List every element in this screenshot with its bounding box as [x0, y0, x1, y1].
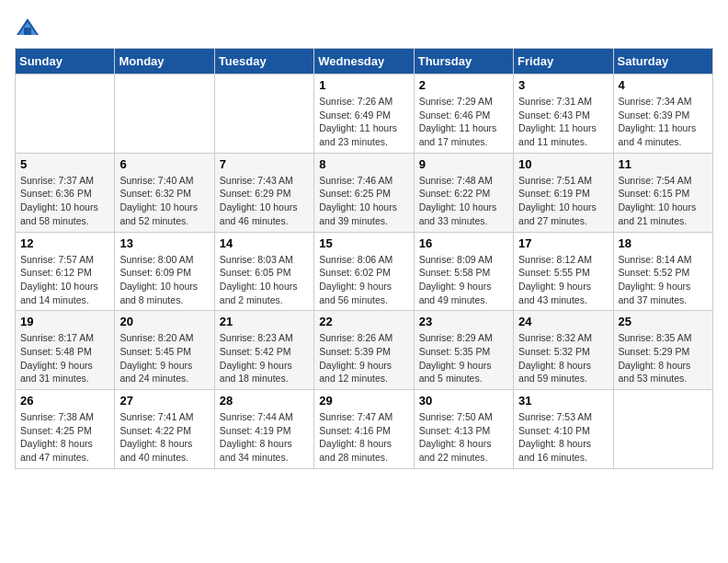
day-info: Sunrise: 8:35 AM Sunset: 5:29 PM Dayligh… [619, 331, 708, 385]
day-number: 20 [119, 315, 209, 328]
day-number: 23 [419, 315, 508, 328]
day-number: 7 [220, 157, 309, 171]
day-number: 27 [119, 394, 209, 408]
day-number: 29 [319, 394, 408, 408]
day-info: Sunrise: 7:47 AM Sunset: 4:16 PM Dayligh… [319, 410, 408, 465]
day-number: 2 [419, 78, 508, 92]
day-number: 14 [220, 236, 309, 250]
calendar-cell: 29Sunrise: 7:47 AM Sunset: 4:16 PM Dayli… [314, 390, 414, 469]
day-number: 26 [20, 394, 109, 408]
day-number: 8 [319, 157, 408, 171]
day-number: 12 [20, 236, 109, 250]
calendar-cell: 27Sunrise: 7:41 AM Sunset: 4:22 PM Dayli… [115, 390, 214, 469]
calendar-cell: 30Sunrise: 7:50 AM Sunset: 4:13 PM Dayli… [414, 390, 513, 469]
day-info: Sunrise: 7:34 AM Sunset: 6:39 PM Dayligh… [619, 95, 708, 149]
day-number: 22 [319, 315, 408, 328]
day-info: Sunrise: 8:32 AM Sunset: 5:32 PM Dayligh… [518, 331, 608, 385]
calendar-cell [613, 390, 712, 469]
calendar-cell [115, 75, 214, 154]
calendar-table: SundayMondayTuesdayWednesdayThursdayFrid… [15, 48, 713, 469]
day-info: Sunrise: 8:20 AM Sunset: 5:45 PM Dayligh… [119, 331, 209, 385]
calendar-cell: 19Sunrise: 8:17 AM Sunset: 5:48 PM Dayli… [16, 311, 115, 390]
calendar-week-row: 5Sunrise: 7:37 AM Sunset: 6:36 PM Daylig… [16, 153, 713, 232]
day-info: Sunrise: 8:06 AM Sunset: 6:02 PM Dayligh… [319, 253, 408, 307]
day-header-friday: Friday [514, 49, 613, 75]
calendar-cell: 12Sunrise: 7:57 AM Sunset: 6:12 PM Dayli… [16, 232, 115, 311]
calendar-cell: 5Sunrise: 7:37 AM Sunset: 6:36 PM Daylig… [16, 153, 115, 232]
logo [15, 15, 44, 40]
day-number: 19 [20, 315, 109, 328]
day-number: 28 [220, 394, 309, 408]
calendar-cell [214, 75, 313, 154]
day-info: Sunrise: 8:03 AM Sunset: 6:05 PM Dayligh… [220, 253, 309, 307]
calendar-cell: 18Sunrise: 8:14 AM Sunset: 5:52 PM Dayli… [613, 232, 712, 311]
calendar-cell: 20Sunrise: 8:20 AM Sunset: 5:45 PM Dayli… [115, 311, 214, 390]
day-info: Sunrise: 8:12 AM Sunset: 5:55 PM Dayligh… [518, 253, 608, 307]
calendar-cell: 1Sunrise: 7:26 AM Sunset: 6:49 PM Daylig… [314, 75, 414, 154]
calendar-week-row: 12Sunrise: 7:57 AM Sunset: 6:12 PM Dayli… [16, 232, 713, 311]
day-header-saturday: Saturday [613, 49, 712, 75]
day-number: 21 [220, 315, 309, 328]
day-number: 4 [619, 78, 708, 92]
day-info: Sunrise: 7:54 AM Sunset: 6:15 PM Dayligh… [619, 174, 708, 228]
day-info: Sunrise: 8:29 AM Sunset: 5:35 PM Dayligh… [419, 331, 508, 385]
day-number: 31 [518, 394, 608, 408]
day-header-tuesday: Tuesday [214, 49, 313, 75]
calendar-week-row: 26Sunrise: 7:38 AM Sunset: 4:25 PM Dayli… [16, 390, 713, 469]
day-info: Sunrise: 8:17 AM Sunset: 5:48 PM Dayligh… [20, 331, 109, 385]
day-number: 30 [419, 394, 508, 408]
day-header-wednesday: Wednesday [314, 49, 414, 75]
day-number: 18 [619, 236, 708, 250]
calendar-header-row: SundayMondayTuesdayWednesdayThursdayFrid… [16, 49, 713, 75]
logo-icon [15, 15, 40, 40]
day-number: 25 [619, 315, 708, 328]
day-info: Sunrise: 7:31 AM Sunset: 6:43 PM Dayligh… [518, 95, 608, 149]
day-number: 24 [518, 315, 608, 328]
day-info: Sunrise: 8:09 AM Sunset: 5:58 PM Dayligh… [419, 253, 508, 307]
calendar-week-row: 19Sunrise: 8:17 AM Sunset: 5:48 PM Dayli… [16, 311, 713, 390]
day-number: 9 [419, 157, 508, 171]
calendar-cell: 31Sunrise: 7:53 AM Sunset: 4:10 PM Dayli… [514, 390, 613, 469]
calendar-cell: 14Sunrise: 8:03 AM Sunset: 6:05 PM Dayli… [214, 232, 313, 311]
calendar-cell: 17Sunrise: 8:12 AM Sunset: 5:55 PM Dayli… [514, 232, 613, 311]
calendar-cell: 23Sunrise: 8:29 AM Sunset: 5:35 PM Dayli… [414, 311, 513, 390]
day-number: 3 [518, 78, 608, 92]
day-number: 15 [319, 236, 408, 250]
calendar-cell: 22Sunrise: 8:26 AM Sunset: 5:39 PM Dayli… [314, 311, 414, 390]
calendar-cell: 8Sunrise: 7:46 AM Sunset: 6:25 PM Daylig… [314, 153, 414, 232]
calendar-cell: 21Sunrise: 8:23 AM Sunset: 5:42 PM Dayli… [214, 311, 313, 390]
day-number: 13 [119, 236, 209, 250]
day-info: Sunrise: 7:46 AM Sunset: 6:25 PM Dayligh… [319, 174, 408, 228]
calendar-cell: 3Sunrise: 7:31 AM Sunset: 6:43 PM Daylig… [514, 75, 613, 154]
day-info: Sunrise: 7:37 AM Sunset: 6:36 PM Dayligh… [20, 174, 109, 228]
day-info: Sunrise: 8:23 AM Sunset: 5:42 PM Dayligh… [220, 331, 309, 385]
day-number: 5 [20, 157, 109, 171]
day-info: Sunrise: 7:40 AM Sunset: 6:32 PM Dayligh… [119, 174, 209, 228]
day-info: Sunrise: 7:41 AM Sunset: 4:22 PM Dayligh… [119, 410, 209, 465]
calendar-cell [16, 75, 115, 154]
day-number: 6 [119, 157, 209, 171]
page-header [15, 15, 713, 40]
svg-rect-2 [24, 28, 31, 35]
day-number: 1 [319, 78, 408, 92]
calendar-cell: 25Sunrise: 8:35 AM Sunset: 5:29 PM Dayli… [613, 311, 712, 390]
calendar-cell: 6Sunrise: 7:40 AM Sunset: 6:32 PM Daylig… [115, 153, 214, 232]
day-info: Sunrise: 8:00 AM Sunset: 6:09 PM Dayligh… [119, 253, 209, 307]
day-number: 10 [518, 157, 608, 171]
day-header-monday: Monday [115, 49, 214, 75]
calendar-cell: 16Sunrise: 8:09 AM Sunset: 5:58 PM Dayli… [414, 232, 513, 311]
calendar-cell: 13Sunrise: 8:00 AM Sunset: 6:09 PM Dayli… [115, 232, 214, 311]
day-info: Sunrise: 7:50 AM Sunset: 4:13 PM Dayligh… [419, 410, 508, 465]
calendar-cell: 10Sunrise: 7:51 AM Sunset: 6:19 PM Dayli… [514, 153, 613, 232]
calendar-cell: 11Sunrise: 7:54 AM Sunset: 6:15 PM Dayli… [613, 153, 712, 232]
day-info: Sunrise: 7:29 AM Sunset: 6:46 PM Dayligh… [419, 95, 508, 149]
day-header-thursday: Thursday [414, 49, 513, 75]
day-info: Sunrise: 8:14 AM Sunset: 5:52 PM Dayligh… [619, 253, 708, 307]
calendar-cell: 4Sunrise: 7:34 AM Sunset: 6:39 PM Daylig… [613, 75, 712, 154]
day-info: Sunrise: 7:53 AM Sunset: 4:10 PM Dayligh… [518, 410, 608, 465]
day-info: Sunrise: 7:57 AM Sunset: 6:12 PM Dayligh… [20, 253, 109, 307]
day-header-sunday: Sunday [16, 49, 115, 75]
calendar-cell: 15Sunrise: 8:06 AM Sunset: 6:02 PM Dayli… [314, 232, 414, 311]
day-number: 11 [619, 157, 708, 171]
day-info: Sunrise: 7:51 AM Sunset: 6:19 PM Dayligh… [518, 174, 608, 228]
